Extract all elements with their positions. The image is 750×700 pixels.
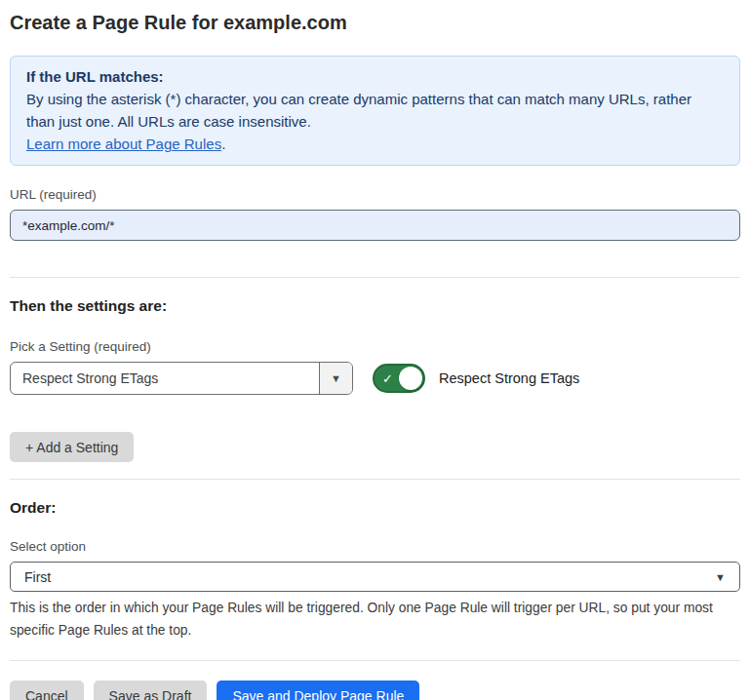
link-suffix: . xyxy=(221,136,225,152)
setting-select-value: Respect Strong ETags xyxy=(11,363,319,394)
setting-picker-row: Respect Strong ETags ▼ ✓ Respect Strong … xyxy=(10,362,740,395)
add-setting-button[interactable]: + Add a Setting xyxy=(10,432,134,462)
etags-toggle-group: ✓ Respect Strong ETags xyxy=(373,364,579,393)
cancel-button[interactable]: Cancel xyxy=(10,681,84,700)
page-title: Create a Page Rule for example.com xyxy=(10,12,740,33)
learn-more-link[interactable]: Learn more about Page Rules xyxy=(26,136,221,152)
url-input[interactable] xyxy=(10,210,740,241)
order-section-heading: Order: xyxy=(10,499,740,517)
etags-toggle[interactable]: ✓ xyxy=(373,364,425,393)
chevron-down-icon: ▼ xyxy=(331,372,341,384)
save-deploy-button[interactable]: Save and Deploy Page Rule xyxy=(217,681,419,700)
toggle-knob xyxy=(399,367,422,390)
url-field-label: URL (required) xyxy=(10,187,740,203)
info-box-link-line: Learn more about Page Rules. xyxy=(26,133,724,155)
page-rule-form: Create a Page Rule for example.com If th… xyxy=(0,0,750,700)
order-help-text: This is the order in which your Page Rul… xyxy=(10,597,731,642)
order-select-value: First xyxy=(24,569,715,585)
order-select[interactable]: First ▼ xyxy=(10,562,740,592)
pick-setting-label: Pick a Setting (required) xyxy=(10,339,740,355)
url-match-info-box: If the URL matches: By using the asteris… xyxy=(10,56,740,166)
setting-select-arrow-button[interactable]: ▼ xyxy=(319,363,352,394)
settings-section-heading: Then the settings are: xyxy=(10,297,740,315)
section-divider xyxy=(10,479,740,480)
save-draft-button[interactable]: Save as Draft xyxy=(94,681,208,700)
section-divider xyxy=(10,277,740,278)
footer-actions: Cancel Save as Draft Save and Deploy Pag… xyxy=(10,681,740,700)
check-icon: ✓ xyxy=(382,372,393,385)
order-select-label: Select option xyxy=(10,539,740,555)
info-box-body: By using the asterisk (*) character, you… xyxy=(26,88,724,133)
chevron-down-icon: ▼ xyxy=(715,571,726,583)
footer-divider xyxy=(10,660,740,661)
etags-toggle-label: Respect Strong ETags xyxy=(439,370,579,386)
setting-select[interactable]: Respect Strong ETags ▼ xyxy=(10,362,353,395)
info-box-heading: If the URL matches: xyxy=(26,65,724,88)
